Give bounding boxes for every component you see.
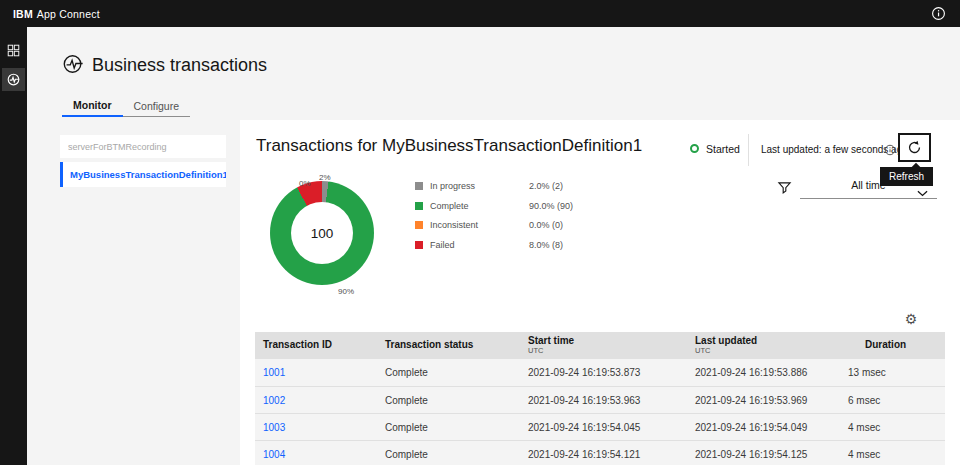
legend-value: 2.0% (2) — [529, 181, 563, 191]
filter-icon[interactable] — [777, 180, 792, 195]
top-bar: IBMApp Connect — [0, 0, 960, 27]
table-settings-gear-icon[interactable]: ⚙ — [900, 308, 922, 330]
last-updated-cell: 2021-09-24 16:19:54.125 — [695, 441, 848, 465]
donut-callout-2: 2% — [319, 173, 331, 182]
start-time-cell: 2021-09-24 16:19:53.873 — [528, 359, 695, 386]
page-title: Business transactions — [92, 55, 267, 76]
transactions-table: Transaction ID Transaction status Start … — [255, 332, 945, 465]
info-icon[interactable] — [925, 0, 952, 27]
donut-total: 100 — [291, 202, 353, 264]
status-cell: Complete — [385, 387, 528, 413]
app-brand: IBMApp Connect — [13, 8, 100, 20]
duration-cell: 4 msec — [848, 441, 945, 465]
col-transaction-status: Transaction status — [385, 332, 528, 359]
duration-cell: 6 msec — [848, 387, 945, 413]
legend-value: 0.0% (0) — [529, 220, 563, 230]
table-row: 1003Complete2021-09-24 16:19:54.0452021-… — [255, 413, 945, 440]
legend-label: Failed — [430, 240, 455, 250]
tabs: Monitor Configure — [62, 95, 190, 117]
legend-label: In progress — [430, 181, 475, 191]
legend-value: 90.0% (90) — [529, 201, 573, 211]
definition-search-input[interactable] — [60, 135, 226, 158]
swatch-in-progress — [415, 182, 423, 190]
col-start-time-utc: UTC — [528, 346, 695, 355]
status-started-icon — [690, 144, 699, 153]
table-row: 1002Complete2021-09-24 16:19:53.9632021-… — [255, 386, 945, 413]
transaction-id-link[interactable]: 1001 — [255, 359, 385, 386]
tab-configure[interactable]: Configure — [123, 95, 191, 117]
duration-cell: 13 msec — [848, 359, 945, 386]
legend-label: Inconsistent — [430, 220, 478, 230]
transaction-id-link[interactable]: 1004 — [255, 441, 385, 465]
divider — [748, 134, 749, 166]
last-updated-cell: 2021-09-24 16:19:54.049 — [695, 414, 848, 440]
donut-callout-90: 90% — [338, 287, 354, 296]
table-row: 1004Complete2021-09-24 16:19:54.1212021-… — [255, 440, 945, 465]
start-time-cell: 2021-09-24 16:19:53.963 — [528, 387, 695, 413]
definitions-panel: MyBusinessTransactionDefinition1 — [60, 135, 226, 187]
start-time-cell: 2021-09-24 16:19:54.121 — [528, 441, 695, 465]
col-start-time-label: Start time — [528, 335, 574, 346]
swatch-complete — [415, 202, 423, 210]
transaction-id-link[interactable]: 1003 — [255, 414, 385, 440]
legend-label: Complete — [430, 201, 469, 211]
refresh-tooltip: Refresh — [880, 167, 933, 186]
table-body: 1001Complete2021-09-24 16:19:53.8732021-… — [255, 359, 945, 465]
brand-product: App Connect — [37, 8, 100, 20]
status-cell: Complete — [385, 441, 528, 465]
definition-list-item[interactable]: MyBusinessTransactionDefinition1 — [60, 162, 226, 187]
duration-cell: 4 msec — [848, 414, 945, 440]
main-panel: Transactions for MyBusinessTransactionDe… — [240, 120, 960, 465]
brand-ibm: IBM — [13, 8, 33, 20]
refresh-button[interactable] — [898, 133, 931, 162]
left-nav — [0, 27, 27, 465]
table-header-row: Transaction ID Transaction status Start … — [255, 332, 945, 359]
swatch-inconsistent — [415, 221, 423, 229]
status-cell: Complete — [385, 359, 528, 386]
tab-monitor[interactable]: Monitor — [62, 95, 123, 117]
transaction-id-link[interactable]: 1002 — [255, 387, 385, 413]
status-cell: Complete — [385, 414, 528, 440]
table-row: 1001Complete2021-09-24 16:19:53.8732021-… — [255, 359, 945, 386]
business-transactions-icon — [62, 53, 84, 75]
legend-item-in-progress: In progress 2.0% (2) — [415, 180, 585, 200]
last-updated-info-icon[interactable] — [884, 142, 896, 154]
business-transactions-nav-icon[interactable] — [2, 68, 25, 91]
col-duration: Duration — [848, 332, 945, 359]
swatch-failed — [415, 241, 423, 249]
col-last-updated-label: Last updated — [695, 335, 757, 346]
status-label: Started — [706, 143, 740, 155]
last-updated-cell: 2021-09-24 16:19:53.886 — [695, 359, 848, 386]
col-transaction-id: Transaction ID — [255, 332, 385, 359]
dashboard-icon[interactable] — [2, 39, 25, 62]
chart-legend: In progress 2.0% (2) Complete 90.0% (90)… — [415, 180, 585, 258]
col-last-updated: Last updated UTC — [695, 332, 848, 359]
donut-callout-0: 0% — [299, 179, 311, 188]
legend-item-failed: Failed 8.0% (8) — [415, 239, 585, 259]
legend-item-complete: Complete 90.0% (90) — [415, 200, 585, 220]
col-start-time: Start time UTC — [528, 332, 695, 359]
last-updated-cell: 2021-09-24 16:19:53.969 — [695, 387, 848, 413]
legend-item-inconsistent: Inconsistent 0.0% (0) — [415, 219, 585, 239]
legend-value: 8.0% (8) — [529, 240, 563, 250]
col-last-updated-utc: UTC — [695, 346, 848, 355]
start-time-cell: 2021-09-24 16:19:54.045 — [528, 414, 695, 440]
